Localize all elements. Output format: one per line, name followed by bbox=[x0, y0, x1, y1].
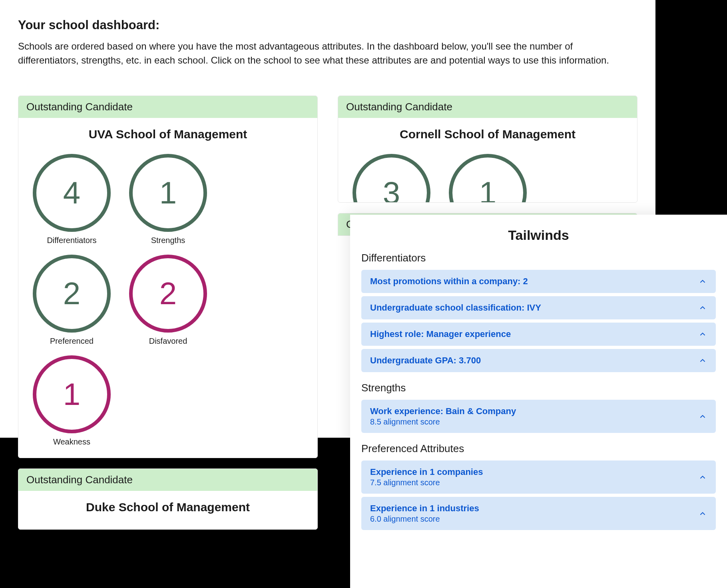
section-heading-preferenced: Preferenced Attributes bbox=[361, 442, 716, 455]
stat-circle: 2 bbox=[33, 255, 111, 333]
stat-label: Weakness bbox=[53, 437, 90, 446]
stat-label: Disfavored bbox=[149, 337, 187, 346]
chevron-up-icon bbox=[698, 509, 707, 518]
stat-circle: 4 bbox=[33, 154, 111, 232]
accordion-subtitle: 6.0 alignment score bbox=[370, 514, 479, 524]
accordion-title: Most promotions within a company: 2 bbox=[370, 276, 528, 287]
chevron-up-icon bbox=[698, 412, 707, 421]
stats-container: 3 1 3 bbox=[338, 148, 637, 202]
accordion-item-classification[interactable]: Undergraduate school classification: IVY bbox=[361, 296, 716, 319]
accordion-title: Undergraduate school classification: IVY bbox=[370, 303, 541, 313]
school-name: Duke School of Management bbox=[18, 491, 317, 521]
stat-circle-2: 1 bbox=[445, 154, 531, 202]
stat-label: Strengths bbox=[151, 236, 185, 245]
stat-weakness: 1 Weakness bbox=[29, 355, 115, 446]
chevron-up-icon bbox=[698, 356, 707, 365]
accordion-item-gpa[interactable]: Undergraduate GPA: 3.700 bbox=[361, 349, 716, 372]
school-name: Cornell School of Management bbox=[338, 118, 637, 148]
stat-disfavored: 2 Disfavored bbox=[125, 255, 211, 346]
stat-circle: 1 bbox=[33, 355, 111, 433]
stat-differentiators: 4 Differentiators bbox=[29, 154, 115, 245]
chevron-up-icon bbox=[698, 330, 707, 339]
section-heading-strengths: Strengths bbox=[361, 382, 716, 394]
candidate-badge: Outstanding Candidate bbox=[18, 96, 317, 118]
accordion-title: Experience in 1 industries bbox=[370, 503, 479, 514]
school-card-cornell[interactable]: Outstanding Candidate Cornell School of … bbox=[338, 96, 637, 203]
stat-label: Differentiators bbox=[47, 236, 96, 245]
chevron-up-icon bbox=[698, 303, 707, 312]
stat-circle: 1 bbox=[129, 154, 207, 232]
accordion-item-highest-role[interactable]: Highest role: Manager experience bbox=[361, 323, 716, 346]
stat-circle-1: 3 bbox=[349, 154, 434, 202]
stat-label: Preferenced bbox=[50, 337, 94, 346]
accordion-title: Experience in 1 companies bbox=[370, 467, 483, 477]
accordion-item-companies[interactable]: Experience in 1 companies 7.5 alignment … bbox=[361, 460, 716, 494]
chevron-up-icon bbox=[698, 277, 707, 286]
accordion-title: Undergraduate GPA: 3.700 bbox=[370, 355, 481, 366]
section-heading-differentiators: Differentiators bbox=[361, 252, 716, 264]
accordion-item-industries[interactable]: Experience in 1 industries 6.0 alignment… bbox=[361, 497, 716, 530]
tailwinds-panel: Tailwinds Differentiators Most promotion… bbox=[350, 215, 727, 588]
accordion-item-work-experience[interactable]: Work experience: Bain & Company 8.5 alig… bbox=[361, 400, 716, 433]
stat-circle: 3 bbox=[353, 154, 430, 202]
left-column: Outstanding Candidate UVA School of Mana… bbox=[18, 96, 318, 530]
stat-circle: 2 bbox=[129, 255, 207, 333]
school-name: UVA School of Management bbox=[18, 118, 317, 148]
stat-circle: 1 bbox=[449, 154, 527, 202]
school-card-duke[interactable]: Outstanding Candidate Duke School of Man… bbox=[18, 468, 318, 530]
page-title: Your school dashboard: bbox=[18, 18, 637, 32]
chevron-up-icon bbox=[698, 473, 707, 482]
candidate-badge: Outstanding Candidate bbox=[18, 469, 317, 491]
accordion-title: Highest role: Manager experience bbox=[370, 329, 511, 339]
stat-preferenced: 2 Preferenced bbox=[29, 255, 115, 346]
tailwinds-title: Tailwinds bbox=[361, 227, 716, 243]
school-card-uva[interactable]: Outstanding Candidate UVA School of Mana… bbox=[18, 96, 318, 458]
candidate-badge: Outstanding Candidate bbox=[338, 96, 637, 118]
stat-strengths: 1 Strengths bbox=[125, 154, 211, 245]
stats-container: 4 Differentiators 1 Strengths 2 Preferen… bbox=[18, 148, 317, 458]
accordion-item-promotions[interactable]: Most promotions within a company: 2 bbox=[361, 270, 716, 293]
accordion-title: Work experience: Bain & Company bbox=[370, 406, 516, 417]
page-subtitle: Schools are ordered based on where you h… bbox=[18, 40, 629, 68]
accordion-subtitle: 8.5 alignment score bbox=[370, 417, 516, 427]
accordion-subtitle: 7.5 alignment score bbox=[370, 478, 483, 487]
